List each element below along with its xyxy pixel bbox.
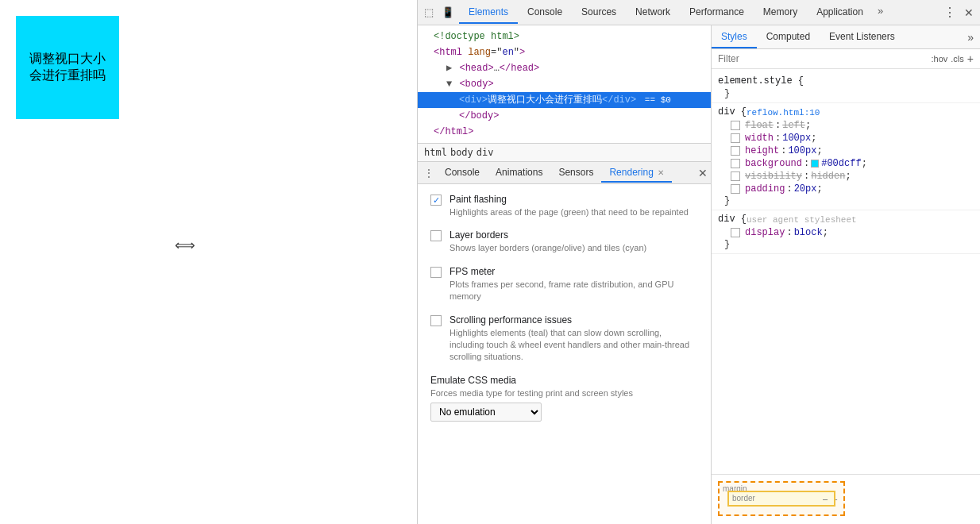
bottom-tab-rendering[interactable]: Rendering ✕ — [601, 164, 672, 183]
devtools-tabs: Elements Console Sources Network Perform… — [459, 2, 888, 24]
resize-handle[interactable]: ⟺ — [175, 237, 195, 254]
styles-tab-event-listeners[interactable]: Event Listeners — [820, 26, 905, 48]
layer-borders-texts: Layer borders Shows layer borders (orang… — [449, 229, 698, 254]
div-source[interactable]: reflow.html:10 — [747, 108, 820, 118]
paint-flashing-desc: Highlights areas of the page (green) tha… — [449, 206, 698, 218]
bg-color-swatch[interactable] — [811, 160, 819, 168]
more-options-icon[interactable]: ⋮ — [942, 5, 958, 21]
breadcrumb-div[interactable]: div — [476, 147, 494, 158]
float-prop-name: float — [745, 120, 774, 131]
tab-memory[interactable]: Memory — [754, 2, 807, 24]
doctype-comment: <!doctype html> — [434, 31, 519, 42]
dom-line-div-selected[interactable]: <div>调整视口大小会进行重排吗</div> == $0 — [418, 92, 711, 108]
div-rule-close: } — [718, 195, 974, 206]
pseudo-states-button[interactable]: :hov — [932, 54, 948, 64]
div-selector: div { — [718, 106, 747, 118]
bottom-tab-sensors[interactable]: Sensors — [550, 164, 601, 183]
close-devtools-icon[interactable]: ✕ — [961, 5, 977, 21]
height-prop-checkbox[interactable] — [731, 146, 740, 156]
scrolling-perf-desc: Highlights elements (teal) that can slow… — [449, 327, 698, 364]
display-prop-checkbox[interactable] — [731, 228, 740, 237]
device-icon[interactable]: 📱 — [440, 5, 456, 21]
bottom-tab-console[interactable]: Console — [437, 164, 488, 183]
cls-button[interactable]: .cls — [951, 54, 964, 64]
padding-prop-value: 20px — [794, 183, 817, 195]
tab-elements[interactable]: Elements — [459, 2, 518, 24]
bottom-tab-animations[interactable]: Animations — [488, 164, 550, 183]
more-tabs-button[interactable]: » — [873, 2, 888, 24]
layer-borders-checkbox[interactable] — [430, 230, 442, 241]
tab-performance[interactable]: Performance — [680, 2, 754, 24]
bottom-panel-menu-icon[interactable]: ⋮ — [421, 165, 437, 181]
dom-line-doctype: <!doctype html> — [418, 29, 711, 44]
breadcrumb-html[interactable]: html — [424, 147, 447, 158]
tab-network[interactable]: Network — [626, 2, 680, 24]
prop-row-display: display : block ; — [718, 226, 974, 239]
ua-selector: div { — [718, 214, 747, 225]
styles-content: element.style { } div { reflow.html:10 — [712, 69, 980, 474]
width-prop-checkbox[interactable] — [731, 133, 740, 143]
rendering-item-paint: Paint flashing Highlights areas of the p… — [430, 194, 698, 218]
styles-tab-styles[interactable]: Styles — [712, 26, 757, 48]
visibility-prop-checkbox[interactable] — [731, 171, 740, 181]
tab-sources[interactable]: Sources — [572, 2, 626, 24]
visibility-prop-name: visibility — [745, 171, 802, 182]
body-triangle[interactable]: ▼ — [446, 79, 452, 90]
styles-more-button[interactable]: » — [961, 28, 980, 47]
prop-row-float: float : left ; — [718, 119, 974, 132]
fps-meter-desc: Plots frames per second, frame rate dist… — [449, 279, 698, 303]
new-style-rule-button[interactable]: + — [967, 52, 974, 65]
head-tag: <head> — [459, 63, 493, 74]
layer-borders-title: Layer borders — [449, 229, 698, 241]
left-column: <!doctype html> <html lang="en"> ▶ <head… — [418, 25, 712, 524]
style-rule-div-header: div { reflow.html:10 — [718, 106, 974, 119]
prop-row-visibility: visibility : hidden ; — [718, 170, 974, 183]
fps-meter-checkbox[interactable] — [430, 267, 442, 278]
bottom-panel: ⋮ Console Animations Sensors Rendering ✕… — [418, 161, 711, 524]
dom-line-body[interactable]: ▼ <body> — [418, 76, 711, 92]
devtools-main: <!doctype html> <html lang="en"> ▶ <head… — [418, 25, 980, 524]
main-container: 调整视口大小 会进行重排吗 ⟺ ⬚ 📱 Elements Console Sou… — [0, 0, 980, 524]
layer-borders-desc: Shows layer borders (orange/olive) and t… — [449, 242, 698, 254]
style-rule-element: element.style { } — [712, 72, 980, 103]
head-triangle[interactable]: ▶ — [446, 63, 452, 74]
page-area: 调整视口大小 会进行重排吗 ⟺ — [0, 0, 417, 524]
emulate-select[interactable]: No emulation print screen — [430, 403, 542, 422]
height-prop-value: 100px — [788, 145, 816, 156]
box-model-margin: margin – border – — [718, 481, 845, 516]
bg-prop-checkbox[interactable] — [731, 159, 740, 168]
tab-application[interactable]: Application — [807, 2, 873, 24]
div-tag-close: </div> — [602, 94, 636, 106]
devtools-panel: ⬚ 📱 Elements Console Sources Network Per… — [417, 0, 980, 524]
scrolling-perf-checkbox[interactable] — [430, 315, 442, 326]
dom-line-html: <html lang="en"> — [418, 44, 711, 60]
styles-tab-computed[interactable]: Computed — [757, 26, 820, 48]
float-prop-checkbox[interactable] — [731, 121, 740, 130]
breadcrumb-body[interactable]: body — [450, 147, 473, 158]
border-value: – — [823, 494, 828, 503]
border-label: border — [732, 494, 755, 503]
bottom-panel-close-icon[interactable]: ✕ — [698, 167, 708, 179]
style-rule-element-header: element.style { — [718, 75, 974, 88]
tab-console[interactable]: Console — [518, 2, 572, 24]
bg-prop-value[interactable]: #00dcff — [811, 158, 861, 169]
inspect-icon[interactable]: ⬚ — [421, 5, 437, 21]
div-tag-open: <div> — [459, 94, 488, 106]
ua-rule-header: div { user agent stylesheet — [718, 214, 974, 226]
height-prop-name: height — [745, 145, 779, 156]
visibility-prop-value: hidden — [811, 171, 845, 182]
body-tag: <body> — [459, 79, 493, 90]
rendering-item-scrolling: Scrolling performance issues Highlights … — [430, 314, 698, 364]
padding-prop-checkbox[interactable] — [731, 184, 740, 194]
scrolling-perf-texts: Scrolling performance issues Highlights … — [449, 314, 698, 364]
styles-filter-input[interactable] — [718, 53, 928, 64]
paint-flashing-checkbox[interactable] — [430, 195, 442, 206]
dom-line-body-close: </body> — [418, 108, 711, 124]
box-model-diagram: margin – border – — [718, 481, 845, 516]
rendering-tab-close[interactable]: ✕ — [658, 168, 664, 177]
padding-prop-name: padding — [745, 183, 785, 195]
dom-line-head[interactable]: ▶ <head>…</head> — [418, 60, 711, 76]
div-content: 调整视口大小会进行重排吗 — [488, 94, 602, 106]
float-prop-value: left — [782, 120, 805, 131]
paint-flashing-texts: Paint flashing Highlights areas of the p… — [449, 194, 698, 218]
